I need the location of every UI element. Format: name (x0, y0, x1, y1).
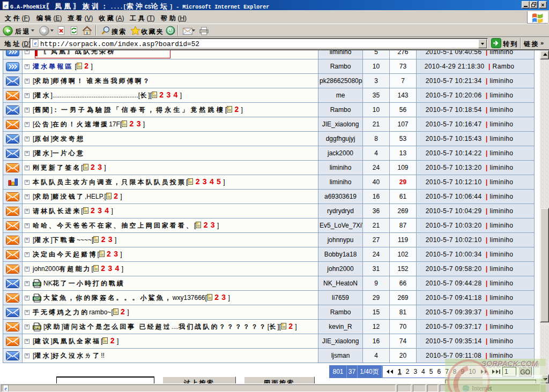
svg-text:JPG: JPG (34, 326, 40, 329)
svg-text:GIF: GIF (34, 297, 40, 300)
svg-text:GIF: GIF (34, 282, 40, 286)
svg-text:e: e (4, 2, 7, 9)
svg-text:e: e (34, 40, 37, 46)
